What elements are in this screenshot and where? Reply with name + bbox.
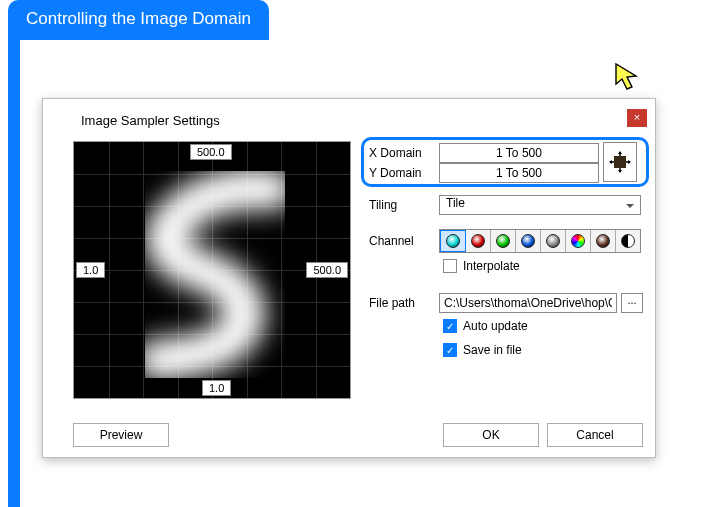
auto-update-checkbox[interactable]: ✓ [443, 319, 457, 333]
y-domain-input[interactable] [439, 163, 599, 183]
resize-image-icon [609, 151, 631, 173]
save-in-file-checkbox[interactable]: ✓ [443, 343, 457, 357]
y-domain-label: Y Domain [369, 166, 435, 180]
channel-option-0[interactable] [440, 230, 466, 252]
save-in-file-label: Save in file [463, 343, 522, 357]
svg-rect-0 [614, 156, 626, 168]
file-path-label: File path [369, 296, 435, 310]
set-domain-from-image-button[interactable] [603, 142, 637, 182]
channel-swatch-icon [471, 234, 485, 248]
interpolate-checkbox[interactable] [443, 259, 457, 273]
channel-option-3[interactable] [516, 230, 541, 252]
channel-swatch-icon [521, 234, 535, 248]
channel-swatch-icon [571, 234, 585, 248]
auto-update-row[interactable]: ✓ Auto update [443, 319, 528, 333]
cursor-pointer-icon [614, 62, 648, 96]
channel-option-7[interactable] [616, 230, 640, 252]
y-domain-row: Y Domain [369, 163, 599, 183]
channel-option-4[interactable] [541, 230, 566, 252]
auto-update-label: Auto update [463, 319, 528, 333]
channel-option-5[interactable] [566, 230, 591, 252]
channel-swatch-icon [446, 234, 460, 248]
preview-canvas[interactable]: 500.0 1.0 500.0 1.0 [73, 141, 351, 399]
channel-swatch-icon [546, 234, 560, 248]
cancel-button[interactable]: Cancel [547, 423, 643, 447]
channel-option-2[interactable] [491, 230, 516, 252]
channel-swatch-icon [596, 234, 610, 248]
interpolate-row[interactable]: Interpolate [443, 259, 520, 273]
axis-ymax-label: 500.0 [190, 144, 232, 160]
axis-xmax-label: 500.0 [306, 262, 348, 278]
channel-swatch-icon [496, 234, 510, 248]
channel-swatch-icon [621, 234, 635, 248]
channel-bar [439, 229, 641, 253]
save-in-file-row[interactable]: ✓ Save in file [443, 343, 522, 357]
tiling-label: Tiling [369, 198, 435, 212]
channel-option-1[interactable] [466, 230, 491, 252]
tiling-value: Tile [446, 196, 465, 210]
banner-title: Controlling the Image Domain [26, 9, 251, 28]
close-button[interactable]: × [627, 109, 647, 127]
channel-row: Channel [369, 229, 641, 253]
ellipsis-icon: ... [627, 294, 636, 306]
banner-side [8, 40, 20, 507]
x-domain-label: X Domain [369, 146, 435, 160]
axis-xmin-label: 1.0 [76, 262, 105, 278]
axis-ymin-label: 1.0 [202, 380, 231, 396]
x-domain-input[interactable] [439, 143, 599, 163]
tiling-select[interactable]: Tile [439, 195, 641, 215]
preview-button[interactable]: Preview [73, 423, 169, 447]
x-domain-row: X Domain [369, 143, 599, 163]
ok-button[interactable]: OK [443, 423, 539, 447]
file-path-row: File path ... [369, 293, 643, 313]
interpolate-label: Interpolate [463, 259, 520, 273]
channel-label: Channel [369, 234, 435, 248]
close-icon: × [634, 111, 640, 123]
banner-tab: Controlling the Image Domain [8, 0, 269, 40]
file-path-input[interactable] [439, 293, 617, 313]
tiling-row: Tiling Tile [369, 195, 641, 215]
channel-option-6[interactable] [591, 230, 616, 252]
image-sampler-dialog: Image Sampler Settings × 500.0 1.0 500.0… [42, 98, 656, 458]
svg-marker-1 [616, 64, 636, 89]
browse-button[interactable]: ... [621, 293, 643, 313]
dialog-title: Image Sampler Settings [81, 113, 220, 128]
